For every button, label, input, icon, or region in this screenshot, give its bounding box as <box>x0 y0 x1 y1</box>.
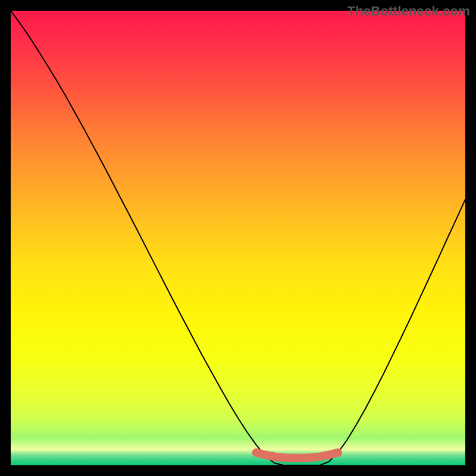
chart-container: TheBottleneck.com <box>0 0 476 476</box>
gradient-background <box>11 11 465 465</box>
brand-watermark: TheBottleneck.com <box>347 4 470 19</box>
chart-svg <box>11 11 465 465</box>
chart-plot-area <box>11 11 465 465</box>
